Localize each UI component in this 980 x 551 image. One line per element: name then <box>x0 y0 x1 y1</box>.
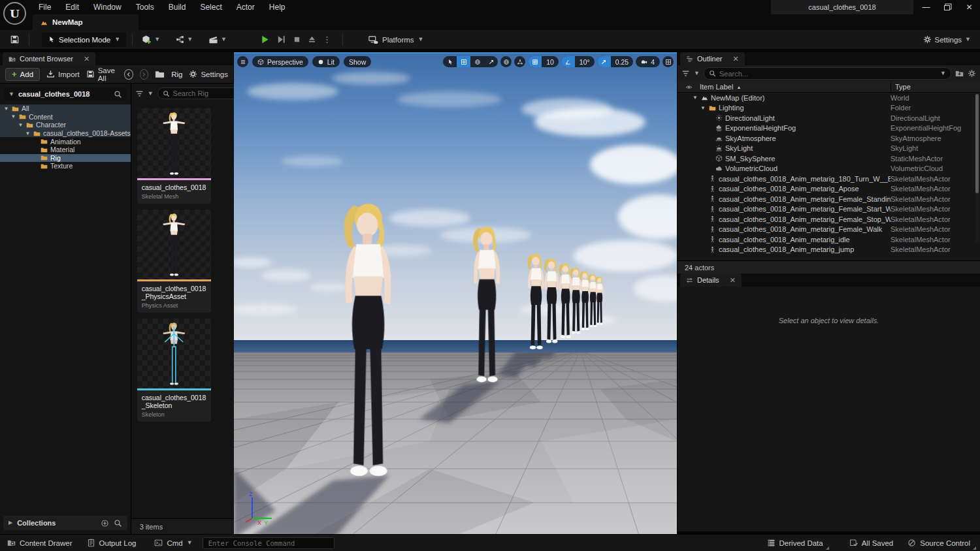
scrollbar-thumb[interactable] <box>975 94 979 193</box>
content-browser-settings-button[interactable]: Settings <box>189 70 228 78</box>
expand-arrow-icon[interactable]: ▼ <box>700 105 706 111</box>
grid-snap-control[interactable]: 10 <box>528 56 559 67</box>
path-selector[interactable]: ▼ casual_clothes_0018 <box>4 87 127 101</box>
add-collection-icon[interactable] <box>101 519 109 527</box>
console-command-input[interactable] <box>203 537 335 549</box>
blueprints-button[interactable]: ▼ <box>172 35 196 44</box>
play-options-icon[interactable]: ⋮ <box>323 35 332 44</box>
forward-button[interactable] <box>140 69 148 80</box>
tree-item-texture[interactable]: Texture <box>0 162 131 170</box>
outliner-row-sky-light[interactable]: SkyLight SkyLight <box>678 144 980 154</box>
content-drawer-button[interactable]: Content Drawer <box>0 535 80 551</box>
back-button[interactable] <box>124 69 133 80</box>
expand-arrow-icon[interactable]: ▼ <box>18 122 24 128</box>
level-viewport[interactable]: Z X Y Perspective Lit <box>234 52 677 534</box>
show-dropdown[interactable]: Show <box>344 56 371 67</box>
all-saved-button[interactable]: All Saved <box>842 535 901 551</box>
chevron-down-icon[interactable]: ▼ <box>694 71 700 76</box>
search-icon[interactable] <box>114 90 122 99</box>
settings-dropdown[interactable]: Settings ▼ <box>923 35 971 44</box>
filter-icon[interactable] <box>681 69 690 78</box>
outliner-row-anim-stop-walking[interactable]: casual_clothes_0018_Anim_metarig_Female_… <box>678 214 980 225</box>
add-actor-button[interactable]: ▼ <box>139 35 163 44</box>
outliner-scrollbar[interactable] <box>975 93 979 243</box>
tab-outliner[interactable]: Outliner ✕ <box>680 52 745 65</box>
asset-card-physics-asset[interactable]: casual_clothes_0018_PhysicsAsset Physics… <box>137 210 211 313</box>
breadcrumb[interactable]: Rig <box>171 71 182 78</box>
outliner-row-directional-light[interactable]: DirectionalLight DirectionalLight <box>678 113 980 123</box>
tree-item-material[interactable]: Material <box>0 146 131 154</box>
menu-select[interactable]: Select <box>193 1 229 14</box>
stop-icon[interactable] <box>293 35 301 44</box>
menu-edit[interactable]: Edit <box>58 1 86 14</box>
close-icon[interactable]: ✕ <box>730 276 736 285</box>
tree-item-rig[interactable]: Rig <box>0 154 131 163</box>
tab-content-browser[interactable]: Content Browser ✕ <box>3 52 95 65</box>
menu-tools[interactable]: Tools <box>129 1 161 14</box>
derived-data-button[interactable]: Derived Data <box>760 535 830 551</box>
scale-tool-button[interactable] <box>484 56 498 67</box>
type-column-header[interactable]: Type <box>890 83 980 91</box>
output-log-button[interactable]: Output Log <box>80 535 144 551</box>
tree-item-character[interactable]: ▼ Character <box>0 121 131 129</box>
outliner-row-world[interactable]: ▼ NewMap (Editor) World <box>678 93 980 103</box>
menu-actor[interactable]: Actor <box>229 1 262 14</box>
outliner-row-sky-atmosphere[interactable]: SkyAtmosphere SkyAtmosphere <box>678 133 980 144</box>
select-tool-button[interactable] <box>443 56 457 67</box>
move-tool-button[interactable] <box>457 56 470 67</box>
import-button[interactable]: Import <box>46 70 80 78</box>
outliner-row-lighting[interactable]: ▼ Lighting Folder <box>678 103 980 114</box>
close-button[interactable]: ✕ <box>958 0 980 14</box>
tree-item-content[interactable]: ▼ Content <box>0 113 131 121</box>
visibility-column-header[interactable] <box>678 84 700 91</box>
viewport-3d-scene[interactable]: Z X Y <box>234 54 677 534</box>
folder-icon[interactable] <box>155 69 165 79</box>
outliner-row-anim-jump[interactable]: casual_clothes_0018_Anim_metarig_jump Sk… <box>678 245 980 255</box>
cmd-dropdown[interactable]: Cmd ▼ <box>147 535 199 551</box>
outliner-row-anim-standing-pose[interactable]: casual_clothes_0018_Anim_metarig_Female_… <box>678 194 980 204</box>
outliner-row-anim-180-turn[interactable]: casual_clothes_0018_Anim_metarig_180_Tur… <box>678 174 980 184</box>
outliner-row-sky-sphere[interactable]: SM_SkySphere StaticMeshActor <box>678 153 980 164</box>
minimize-button[interactable]: — <box>915 0 937 14</box>
save-all-button[interactable]: Save All <box>86 67 118 82</box>
camera-speed-control[interactable]: 4 <box>636 56 660 67</box>
cinematics-button[interactable]: ▼ <box>205 35 230 44</box>
rotation-snap-value[interactable]: 10° <box>575 58 595 66</box>
tree-item-animation[interactable]: Animation <box>0 137 131 146</box>
item-label-column-header[interactable]: Item Label ▲ <box>700 83 890 91</box>
surface-snapping-button[interactable] <box>514 56 525 67</box>
selection-mode-dropdown[interactable]: Selection Mode ▼ <box>42 33 126 47</box>
outliner-row-volumetric-cloud[interactable]: VolumetricCloud VolumetricCloud <box>678 164 980 174</box>
asset-card-skeleton[interactable]: casual_clothes_0018_Skeleton Skeleton <box>137 319 211 422</box>
chevron-down-icon[interactable]: ▼ <box>148 91 154 97</box>
outliner-row-anim-apose[interactable]: casual_clothes_0018_Anim_metarig_Apose S… <box>678 184 980 195</box>
expand-arrow-icon[interactable]: ▼ <box>692 95 698 101</box>
step-forward-icon[interactable] <box>276 35 286 44</box>
tree-item-all[interactable]: ▼ All <box>0 104 131 113</box>
play-icon[interactable] <box>260 35 270 44</box>
save-button[interactable] <box>7 35 23 44</box>
filter-icon[interactable] <box>135 89 144 98</box>
add-button[interactable]: + Add <box>5 68 40 81</box>
expand-arrow-icon[interactable]: ▼ <box>25 131 31 136</box>
lit-mode-dropdown[interactable]: Lit <box>312 56 340 67</box>
scale-snap-value[interactable]: 0.25 <box>611 58 633 66</box>
menu-window[interactable]: Window <box>86 1 129 14</box>
menu-build[interactable]: Build <box>161 1 193 14</box>
perspective-dropdown[interactable]: Perspective <box>252 56 308 67</box>
outliner-search-input[interactable] <box>719 70 937 78</box>
expand-arrow-icon[interactable]: ▶ <box>8 520 12 526</box>
viewport-options-button[interactable] <box>237 56 248 67</box>
maximize-viewport-button[interactable] <box>662 56 674 67</box>
tab-newmap[interactable]: NewMap <box>33 14 139 30</box>
chevron-down-icon[interactable]: ▼ <box>940 71 946 76</box>
outliner-row-anim-walk[interactable]: casual_clothes_0018_Anim_metarig_Female_… <box>678 225 980 235</box>
eject-icon[interactable] <box>308 35 316 44</box>
platforms-dropdown[interactable]: Platforms ▼ <box>368 35 424 44</box>
menu-help[interactable]: Help <box>262 1 293 14</box>
close-icon[interactable]: ✕ <box>84 55 90 63</box>
expand-arrow-icon[interactable]: ▼ <box>10 114 16 119</box>
gear-icon[interactable] <box>968 69 976 78</box>
tab-details[interactable]: Details ✕ <box>680 274 742 287</box>
rotate-tool-button[interactable] <box>470 56 484 67</box>
